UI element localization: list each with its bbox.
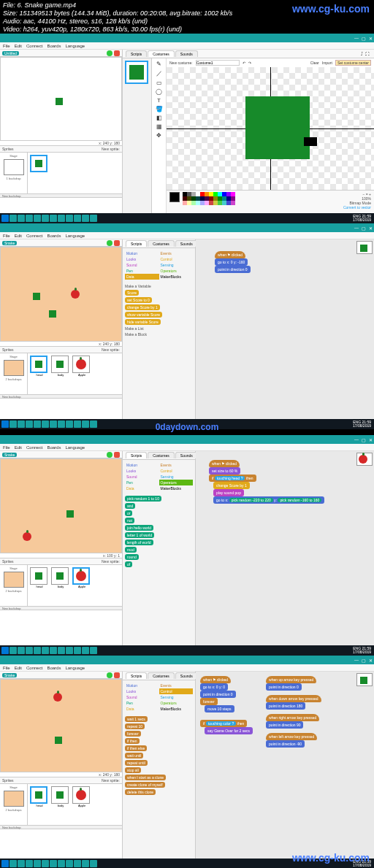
- costume-name-input[interactable]: [196, 60, 240, 66]
- task-icon[interactable]: [82, 215, 89, 222]
- ctl-block[interactable]: if then else: [125, 745, 147, 751]
- tab-sounds[interactable]: Sounds: [175, 240, 198, 247]
- stop-icon[interactable]: [114, 50, 120, 56]
- cat-sound[interactable]: Sound: [125, 262, 159, 268]
- menu-connect[interactable]: Connect: [26, 666, 42, 670]
- select-icon[interactable]: ▦: [156, 123, 162, 130]
- block-show[interactable]: show variable Score: [125, 312, 162, 318]
- stop-icon[interactable]: [114, 452, 120, 458]
- block-if[interactable]: if touching color ? then: [200, 720, 247, 727]
- block-change[interactable]: change Score by 1: [213, 482, 250, 489]
- green-flag-icon[interactable]: [107, 50, 112, 56]
- undo-icon[interactable]: ↶: [243, 61, 245, 65]
- current-color[interactable]: [169, 192, 180, 202]
- task-icon[interactable]: [34, 215, 41, 222]
- sprite-item[interactable]: body: [51, 786, 70, 823]
- win-max-icon[interactable]: ▢: [362, 226, 366, 231]
- menu-boards[interactable]: Boards: [47, 666, 61, 670]
- ctl-block[interactable]: delete this clone: [125, 789, 156, 795]
- green-flag-icon[interactable]: [107, 452, 112, 458]
- ctl-block[interactable]: if then: [125, 738, 140, 744]
- op-block[interactable]: or: [125, 510, 132, 516]
- sprite-item[interactable]: body: [51, 567, 70, 604]
- stage-thumb[interactable]: [4, 360, 24, 376]
- tab-scripts[interactable]: Scripts: [126, 240, 147, 247]
- green-flag-icon[interactable]: [107, 672, 112, 678]
- block-direction[interactable]: point in direction 0: [266, 683, 302, 691]
- menu-boards[interactable]: Boards: [47, 234, 61, 238]
- cat-looks[interactable]: Looks: [125, 256, 159, 262]
- expand-icon[interactable]: ⛶: [365, 52, 370, 56]
- sprite-item[interactable]: head: [30, 356, 49, 392]
- block-direction[interactable]: point in direction 180: [266, 702, 305, 710]
- ctl-block[interactable]: create clone of myself: [125, 782, 165, 788]
- ctl-block[interactable]: repeat 10: [125, 723, 145, 729]
- block-var[interactable]: Score: [125, 290, 139, 296]
- sprite-item[interactable]: head: [30, 567, 49, 604]
- text-icon[interactable]: T: [157, 97, 161, 104]
- block-hat[interactable]: when ⚑ clicked: [200, 676, 231, 683]
- cat-motion[interactable]: Motion: [125, 250, 159, 256]
- stage-thumb[interactable]: [4, 159, 24, 175]
- costume-thumb[interactable]: [125, 61, 148, 84]
- green-flag-icon[interactable]: [107, 240, 112, 246]
- task-icon[interactable]: [26, 215, 33, 222]
- clear-button[interactable]: Clear: [310, 61, 319, 65]
- stage-preview[interactable]: [0, 247, 122, 342]
- task-icon[interactable]: [50, 215, 57, 222]
- menu-language[interactable]: Language: [65, 234, 85, 238]
- tab-sounds[interactable]: Sounds: [175, 50, 198, 57]
- menu-language[interactable]: Language: [65, 44, 85, 48]
- menu-file[interactable]: File: [3, 234, 10, 238]
- fill-icon[interactable]: 🪣: [156, 106, 163, 112]
- block-change[interactable]: change Score by 1: [125, 304, 160, 310]
- cat-pen[interactable]: Pen: [125, 268, 159, 274]
- menu-connect[interactable]: Connect: [26, 234, 42, 238]
- ctl-block[interactable]: wait 1 secs: [125, 716, 148, 722]
- op-block[interactable]: not: [125, 518, 134, 523]
- task-icon[interactable]: [9, 215, 17, 222]
- op-block[interactable]: join hello world: [125, 525, 153, 531]
- ctl-block[interactable]: when I start as a clone: [125, 775, 166, 780]
- system-clock[interactable]: ENG 21:5917/08/2019: [353, 215, 373, 222]
- ctl-block[interactable]: wait until: [125, 753, 143, 758]
- tab-scripts[interactable]: Scripts: [126, 452, 147, 458]
- sprite-item[interactable]: head: [30, 786, 49, 823]
- stage-preview[interactable]: [0, 679, 122, 772]
- windows-taskbar[interactable]: ENG 21:5917/08/2019: [0, 213, 374, 223]
- script-area[interactable]: when ⚑ clicked go to x: 0 y: -160 point …: [196, 239, 374, 419]
- op-block[interactable]: and: [125, 503, 135, 509]
- cat-more[interactable]: MakerBlocks: [159, 274, 194, 280]
- menu-connect[interactable]: Connect: [26, 445, 42, 450]
- block-move[interactable]: move 10 steps: [205, 705, 234, 713]
- import-button[interactable]: Import: [322, 61, 332, 65]
- ctl-block[interactable]: forever: [125, 731, 141, 737]
- start-icon[interactable]: [1, 215, 9, 222]
- cat-events[interactable]: Events: [159, 250, 194, 256]
- share-icon[interactable]: ⤴: [361, 52, 363, 56]
- menu-edit[interactable]: Edit: [15, 445, 22, 450]
- block-setsize[interactable]: set size to 60 %: [209, 467, 240, 475]
- menu-edit[interactable]: Edit: [15, 234, 22, 238]
- cat-control[interactable]: Control: [159, 256, 194, 262]
- paint-canvas[interactable]: [167, 67, 374, 190]
- task-icon[interactable]: [66, 215, 73, 222]
- cat-operators[interactable]: Operators: [159, 268, 194, 274]
- windows-taskbar[interactable]: ENG 21:5917/08/2019: [0, 645, 374, 656]
- menu-language[interactable]: Language: [65, 666, 85, 670]
- op-block[interactable]: round: [125, 554, 139, 560]
- menu-edit[interactable]: Edit: [15, 666, 22, 670]
- menu-connect[interactable]: Connect: [26, 44, 42, 48]
- task-icon[interactable]: [18, 215, 25, 222]
- menu-file[interactable]: File: [3, 445, 10, 450]
- convert-vector-button[interactable]: Convert to vector: [343, 205, 371, 210]
- block-direction[interactable]: point in direction 0: [215, 266, 251, 273]
- stage-preview[interactable]: [0, 57, 122, 141]
- rect-icon[interactable]: ▭: [156, 80, 162, 86]
- block-hat[interactable]: when ⚑ clicked: [215, 251, 245, 258]
- op-block[interactable]: pick random 1 to 10: [125, 496, 161, 502]
- sprite-item[interactable]: Apple: [72, 786, 91, 823]
- tab-sounds[interactable]: Sounds: [175, 452, 198, 458]
- script-area[interactable]: when ⚑ clicked go to x: 0 y: 0 point in …: [196, 672, 374, 859]
- menu-file[interactable]: File: [3, 666, 10, 670]
